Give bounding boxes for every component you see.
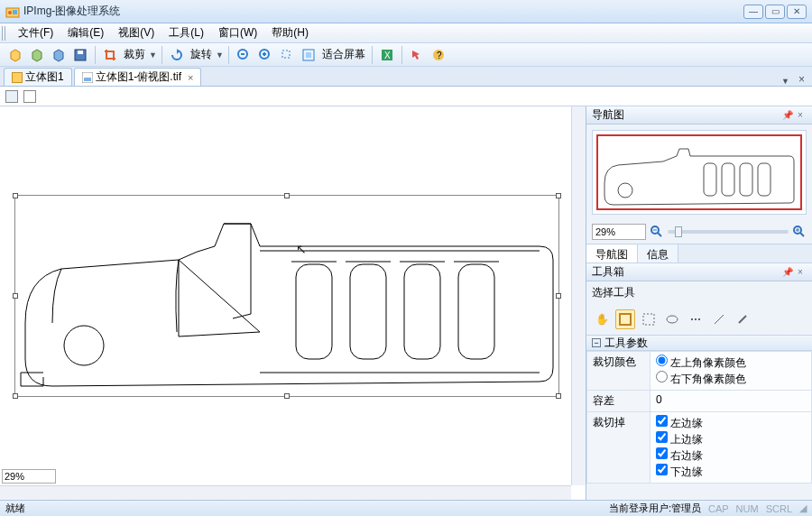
export-excel-icon[interactable]: X [377, 45, 397, 65]
main-toolbar: 裁剪 ▼ 旋转 ▼ 适合屏幕 X ? [0, 43, 812, 67]
svg-line-40 [739, 316, 746, 323]
pointer-tool-icon[interactable] [407, 45, 427, 65]
rotate-icon[interactable] [167, 45, 187, 65]
canvas-zoom-input[interactable] [2, 469, 56, 484]
edge-bottom[interactable]: 下边缘 [656, 464, 806, 480]
svg-rect-20 [296, 264, 332, 359]
zoom-in-icon[interactable] [255, 45, 275, 65]
crop-dropdown-icon[interactable]: ▼ [149, 51, 157, 60]
crop-label[interactable]: 裁剪 [122, 47, 147, 62]
menu-tools[interactable]: 工具(L) [161, 23, 211, 42]
svg-line-30 [658, 233, 661, 236]
cube-tool-3[interactable] [49, 45, 69, 65]
cube-icon [12, 72, 23, 83]
tolerance-value[interactable]: 0 [651, 391, 812, 412]
navigator-tabs: 导航图 信息 [586, 244, 812, 263]
ellipse-tool-icon[interactable] [662, 309, 682, 329]
crop-color-label: 裁切颜色 [587, 352, 651, 391]
navigator-thumbnail[interactable] [592, 130, 807, 215]
navigator-zoom-row [586, 220, 812, 244]
tab-document-1[interactable]: 立体图1 [4, 68, 72, 86]
save-icon[interactable] [70, 45, 90, 65]
status-scrl: SCRL [766, 503, 792, 514]
panel-close-icon[interactable]: × [794, 109, 807, 122]
status-user: 当前登录用户:管理员 [609, 502, 701, 515]
zoom-slider[interactable] [668, 230, 789, 234]
app-icon [5, 5, 20, 19]
help-tool-icon[interactable]: ? [429, 45, 448, 65]
tab-info[interactable]: 信息 [638, 244, 678, 263]
fit-screen-icon[interactable] [299, 45, 318, 65]
marquee-tool-icon[interactable] [639, 309, 659, 329]
svg-rect-12 [306, 52, 311, 58]
image-file-icon [82, 72, 93, 83]
maximize-button[interactable]: ▭ [765, 5, 785, 19]
view-mode-icon[interactable] [5, 90, 18, 103]
params-header[interactable]: −工具参数 [586, 335, 812, 351]
svg-rect-18 [84, 78, 91, 81]
menu-view[interactable]: 视图(V) [111, 23, 161, 42]
tabs-dropdown-icon[interactable]: ▼ [776, 77, 795, 86]
menu-help[interactable]: 帮助(H) [264, 23, 316, 42]
canvas-panel: ↖ [0, 106, 586, 500]
dots-tool-icon[interactable]: ⋯ [686, 309, 706, 329]
pin-icon[interactable]: 📌 [781, 266, 794, 279]
toolbox-header: 工具箱 📌 × [586, 263, 812, 281]
svg-point-19 [64, 326, 104, 365]
resize-grip-icon[interactable]: ◢ [799, 502, 807, 514]
tab-close-icon[interactable]: × [188, 72, 193, 83]
tool-grid: ✋ ⋯ [586, 304, 812, 335]
edge-right[interactable]: 右边缘 [656, 447, 806, 464]
edge-left[interactable]: 左边缘 [656, 415, 806, 431]
zoom-in-icon[interactable] [792, 225, 807, 239]
line-tool-icon[interactable] [709, 309, 729, 329]
navigator-viewport[interactable] [596, 134, 802, 210]
svg-text:?: ? [437, 51, 442, 60]
image-content [16, 197, 558, 395]
svg-rect-36 [620, 314, 631, 325]
cube-tool-1[interactable] [5, 45, 25, 65]
cube-tool-2[interactable] [27, 45, 47, 65]
title-bar: IPImg-图像处理系统 — ▭ ✕ [0, 0, 812, 23]
navigator-header: 导航图 📌 × [586, 106, 812, 124]
panel-close-icon[interactable]: × [794, 266, 807, 279]
crop-edges-label: 裁切掉 [587, 412, 651, 484]
navigator-zoom-input[interactable] [592, 224, 646, 240]
rotate-label[interactable]: 旋转 [189, 47, 214, 62]
tab-navigator[interactable]: 导航图 [586, 244, 638, 263]
svg-rect-2 [13, 10, 17, 14]
rotate-dropdown-icon[interactable]: ▼ [216, 51, 224, 60]
work-area: ↖ 导航图 📌 × 导航图 信息 [0, 106, 812, 500]
hand-tool-icon[interactable]: ✋ [592, 309, 612, 329]
svg-line-39 [715, 315, 724, 324]
svg-rect-10 [282, 51, 290, 58]
crop-icon[interactable] [100, 45, 120, 65]
tab-document-2[interactable]: 立体图1-俯视图.tif× [74, 68, 202, 86]
vertical-scrollbar[interactable] [571, 106, 586, 485]
tabs-close-icon[interactable]: × [795, 73, 808, 86]
status-bar: 就绪 当前登录用户:管理员 CAP NUM SCRL ◢ [0, 500, 812, 516]
horizontal-scrollbar[interactable] [0, 485, 571, 500]
view-mode-icon-2[interactable] [23, 90, 36, 103]
secondary-toolbar [0, 87, 812, 106]
menu-edit[interactable]: 编辑(E) [60, 23, 111, 42]
edge-top[interactable]: 上边缘 [656, 431, 806, 447]
document-tabs: 立体图1 立体图1-俯视图.tif× ▼ × [0, 67, 812, 87]
svg-text:X: X [384, 51, 391, 60]
canvas[interactable]: ↖ [0, 106, 586, 500]
zoom-out-icon[interactable] [650, 225, 664, 239]
minimize-button[interactable]: — [743, 5, 763, 19]
zoom-region-icon[interactable] [277, 45, 297, 65]
close-button[interactable]: ✕ [787, 5, 807, 19]
crop-color-opt2[interactable]: 右下角像素颜色 [656, 371, 806, 387]
menu-file[interactable]: 文件(F) [11, 23, 60, 42]
crop-color-opt1[interactable]: 左上角像素颜色 [656, 355, 806, 371]
wand-tool-icon[interactable] [733, 309, 752, 329]
zoom-out-icon[interactable] [234, 45, 254, 65]
fit-screen-label[interactable]: 适合屏幕 [320, 47, 367, 62]
status-cap: CAP [708, 503, 729, 514]
menu-window[interactable]: 窗口(W) [211, 23, 264, 42]
status-ready: 就绪 [5, 502, 25, 515]
pin-icon[interactable]: 📌 [781, 109, 794, 122]
rect-select-tool-icon[interactable] [615, 309, 635, 329]
